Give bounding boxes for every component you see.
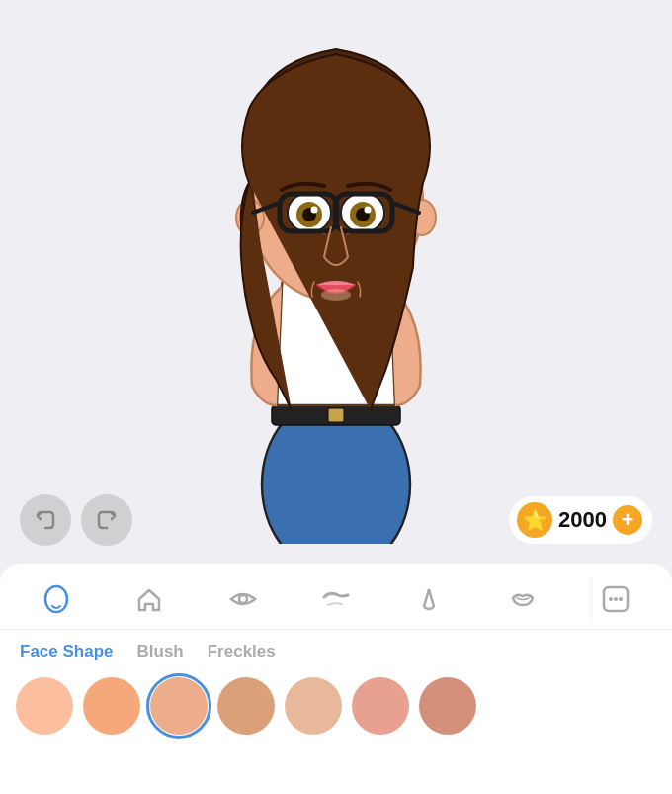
- nose-tab[interactable]: [404, 577, 454, 621]
- coin-amount: 2000: [558, 507, 607, 533]
- body-tab[interactable]: [125, 577, 174, 621]
- swatch-1[interactable]: [83, 677, 140, 735]
- svg-point-22: [365, 207, 372, 214]
- coins-display: ⭐ 2000 +: [509, 496, 652, 544]
- tab-icons-row: [0, 564, 672, 630]
- swatch-4[interactable]: [285, 677, 342, 735]
- lips-tab[interactable]: [498, 577, 547, 621]
- eyebrows-tab[interactable]: [311, 577, 361, 621]
- swatch-3[interactable]: [217, 677, 275, 735]
- sub-tabs-row: Face Shape Blush Freckles: [0, 630, 672, 669]
- add-coins-button[interactable]: +: [613, 505, 642, 535]
- svg-point-34: [619, 597, 623, 601]
- svg-point-28: [321, 289, 351, 301]
- undo-redo-group: [20, 494, 132, 546]
- face-shape-subtab[interactable]: Face Shape: [20, 642, 114, 662]
- swatch-2[interactable]: [150, 677, 208, 735]
- bottom-panel: Face Shape Blush Freckles: [0, 564, 672, 794]
- swatches-row: [0, 669, 672, 743]
- swatch-6[interactable]: [419, 677, 476, 735]
- avatar-area: ⭐ 2000 +: [0, 0, 672, 564]
- svg-point-33: [614, 597, 618, 601]
- svg-point-32: [609, 597, 613, 601]
- undo-button[interactable]: [20, 494, 71, 546]
- svg-point-30: [239, 595, 247, 603]
- freckles-subtab[interactable]: Freckles: [208, 642, 276, 662]
- svg-rect-2: [328, 408, 344, 422]
- avatar-container: [168, 20, 504, 544]
- more-tab[interactable]: [591, 577, 640, 621]
- controls-row: ⭐ 2000 +: [0, 494, 672, 546]
- blush-subtab[interactable]: Blush: [137, 642, 184, 662]
- redo-button[interactable]: [81, 494, 132, 546]
- eyes-tab[interactable]: [218, 577, 268, 621]
- svg-point-21: [311, 207, 318, 214]
- swatch-5[interactable]: [352, 677, 409, 735]
- face-shape-tab[interactable]: [32, 577, 81, 621]
- swatch-0[interactable]: [16, 677, 73, 735]
- coin-star-icon: ⭐: [517, 502, 552, 538]
